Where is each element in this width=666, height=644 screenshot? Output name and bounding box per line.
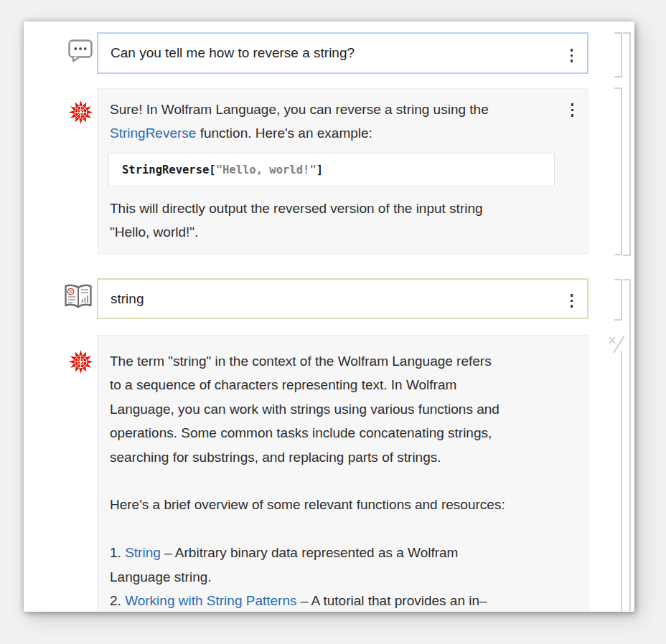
text-segment: – A tutorial that provides an in–	[296, 593, 487, 608]
wolfram-rosette-icon	[68, 100, 93, 125]
assistant-2-body: The term "string" in the context of the …	[110, 349, 505, 612]
code-function: StringReverse	[122, 164, 209, 176]
text-line: "Hello, world!".	[110, 220, 483, 244]
text-line: The term "string" in the context of the …	[110, 349, 505, 373]
cell-menu-button[interactable]	[569, 101, 576, 119]
code-open-bracket: [	[209, 164, 215, 176]
item-number: 1.	[110, 545, 125, 560]
notebook-window: Can you tell me how to reverse a string?…	[24, 22, 634, 612]
text-segment: – Arbitrary binary data represented as a…	[161, 545, 459, 560]
string-doc-link[interactable]: String	[125, 545, 161, 560]
blank-line	[110, 517, 505, 541]
blank-line	[110, 469, 505, 493]
chat-input-cell[interactable]: Can you tell me how to reverse a string?	[97, 32, 588, 74]
assistant-cell-2: The term "string" in the context of the …	[97, 335, 588, 612]
text-line: Language string.	[110, 565, 505, 589]
list-item: 1. String – Arbitrary binary data repres…	[110, 541, 505, 564]
string-patterns-tutorial-link[interactable]: Working with String Patterns	[125, 593, 296, 608]
doc-input-text: string	[111, 291, 144, 307]
text-line: Language, you can work with strings usin…	[110, 397, 505, 421]
code-block: StringReverse["Hello, world!"]	[108, 153, 555, 186]
text-line: to a sequence of characters representing…	[110, 373, 505, 397]
code-string-arg: "Hello, world!"	[216, 164, 316, 176]
stringreverse-link[interactable]: StringReverse	[110, 126, 196, 141]
wolfram-rosette-icon	[68, 349, 93, 374]
text-line: This will directly output the reversed v…	[110, 196, 483, 220]
code-close-bracket: ]	[316, 164, 323, 176]
chat-input-text: Can you tell me how to reverse a string?	[111, 45, 355, 61]
open-book-icon[interactable]	[64, 283, 93, 311]
text-line: StringReverse function. Here's an exampl…	[110, 121, 489, 145]
cell-menu-button[interactable]	[568, 47, 576, 65]
text-line: Here's a brief overview of some relevant…	[110, 493, 505, 516]
text-line: searching for substrings, and replacing …	[110, 445, 505, 469]
text-line: operations. Some common tasks include co…	[110, 421, 505, 445]
assistant-1-paragraph-2: This will directly output the reversed v…	[110, 196, 483, 244]
text-segment: function. Here's an example:	[196, 126, 372, 141]
assistant-1-paragraph-1: Sure! In Wolfram Language, you can rever…	[110, 98, 489, 145]
list-item: 2. Working with String Patterns – A tuto…	[110, 589, 505, 612]
desktop: { "app": "Wolfram Chat Notebook", "color…	[0, 0, 666, 644]
cell-menu-button[interactable]	[568, 292, 576, 310]
assistant-cell-1: Sure! In Wolfram Language, you can rever…	[97, 88, 588, 254]
chat-bubble-icon[interactable]	[68, 39, 93, 62]
item-number: 2.	[110, 593, 125, 608]
text-line: Sure! In Wolfram Language, you can rever…	[110, 98, 489, 121]
doc-lookup-input-cell[interactable]: string	[97, 278, 588, 319]
